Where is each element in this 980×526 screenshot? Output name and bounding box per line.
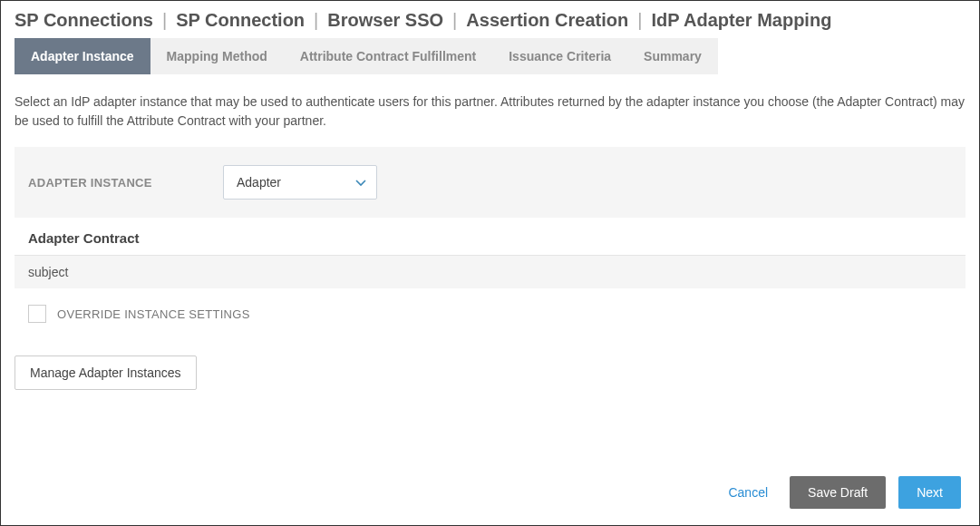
breadcrumb-separator: |: [637, 10, 642, 31]
breadcrumb-separator: |: [314, 10, 318, 31]
manage-adapter-instances-button[interactable]: Manage Adapter Instances: [15, 356, 197, 390]
breadcrumb-separator: |: [162, 10, 167, 31]
adapter-instance-value[interactable]: Adapter: [223, 165, 377, 200]
adapter-instance-select[interactable]: Adapter: [223, 165, 377, 200]
tab-attribute-contract-fulfillment[interactable]: Attribute Contract Fulfillment: [284, 38, 492, 74]
save-draft-button[interactable]: Save Draft: [790, 476, 886, 509]
adapter-instance-label: ADAPTER INSTANCE: [28, 176, 223, 190]
breadcrumb-item[interactable]: Browser SSO: [327, 10, 443, 31]
adapter-instance-row: ADAPTER INSTANCE Adapter: [15, 147, 965, 218]
tab-adapter-instance[interactable]: Adapter Instance: [15, 38, 150, 74]
breadcrumb-separator: |: [452, 10, 457, 31]
breadcrumb-item[interactable]: SP Connections: [15, 10, 153, 31]
override-checkbox[interactable]: [28, 305, 46, 323]
override-row: OVERRIDE INSTANCE SETTINGS: [15, 288, 965, 339]
breadcrumb-item[interactable]: SP Connection: [176, 10, 305, 31]
cancel-button[interactable]: Cancel: [719, 478, 777, 507]
tab-bar: Adapter Instance Mapping Method Attribut…: [1, 38, 979, 74]
override-label: OVERRIDE INSTANCE SETTINGS: [57, 307, 250, 321]
breadcrumb-item[interactable]: Assertion Creation: [466, 10, 628, 31]
tab-summary[interactable]: Summary: [627, 38, 718, 74]
next-button[interactable]: Next: [898, 476, 961, 509]
footer-actions: Cancel Save Draft Next: [719, 476, 961, 509]
tab-mapping-method[interactable]: Mapping Method: [150, 38, 284, 74]
tab-issuance-criteria[interactable]: Issuance Criteria: [492, 38, 627, 74]
breadcrumb: SP Connections | SP Connection | Browser…: [1, 1, 979, 38]
tab-description: Select an IdP adapter instance that may …: [1, 74, 979, 147]
breadcrumb-item[interactable]: IdP Adapter Mapping: [651, 10, 831, 31]
adapter-contract-header: Adapter Contract: [15, 218, 965, 256]
adapter-contract-item: subject: [15, 256, 965, 288]
